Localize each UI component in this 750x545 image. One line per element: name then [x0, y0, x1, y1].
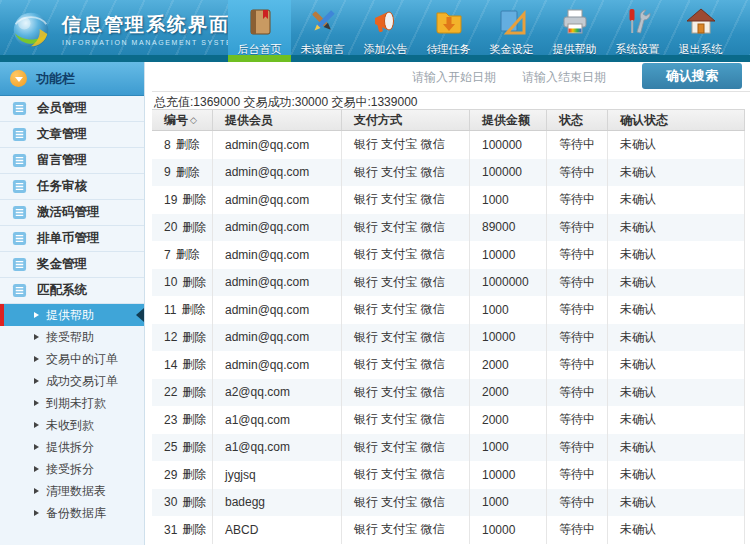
cell-member: admin@qq.com: [213, 351, 342, 379]
delete-link[interactable]: 删除: [182, 329, 206, 346]
sidebar-item[interactable]: 排单币管理: [0, 226, 144, 252]
table-row: 11 删除 admin@qq.com 银行 支付宝 微信 1000 等待中 未确…: [152, 296, 745, 324]
cell-member: badegg: [213, 489, 342, 517]
nav-label: 待理任务: [427, 42, 471, 57]
submenu-item[interactable]: 到期未打款: [0, 392, 144, 414]
nav-item-provide-help[interactable]: 提供帮助: [543, 0, 606, 62]
column-header-label: 状态: [559, 112, 583, 129]
delete-link[interactable]: 删除: [182, 439, 206, 456]
cell-member: a1@qq.com: [213, 406, 342, 434]
table-row: 19 删除 admin@qq.com 银行 支付宝 微信 1000 等待中 未确…: [152, 186, 745, 214]
cell-member: jygjsq: [213, 461, 342, 489]
row-id: 23: [164, 413, 177, 427]
delete-link[interactable]: 删除: [182, 384, 206, 401]
submenu-item[interactable]: 清理数据表: [0, 480, 144, 502]
sidebar-item[interactable]: 文章管理: [0, 122, 144, 148]
cell-id: 19 删除: [152, 186, 213, 214]
globe-logo-icon: [8, 8, 54, 54]
submenu-item[interactable]: 成功交易订单: [0, 370, 144, 392]
delete-link[interactable]: 删除: [182, 466, 206, 483]
delete-link[interactable]: 删除: [182, 274, 206, 291]
column-header-label: 编号: [164, 112, 188, 129]
submenu-item[interactable]: 接受帮助: [0, 326, 144, 348]
set-square-icon: [496, 6, 528, 38]
row-id: 7: [164, 248, 171, 262]
search-bar: 确认搜索: [152, 62, 750, 92]
end-date-input[interactable]: [522, 65, 632, 89]
sidebar-item[interactable]: 会员管理: [0, 96, 144, 122]
cell-member: admin@qq.com: [213, 159, 342, 187]
cell-confirm-status: 未确认: [608, 186, 745, 214]
delete-link[interactable]: 删除: [176, 136, 200, 153]
cell-id: 14 删除: [152, 351, 213, 379]
cell-amount: 1000000: [470, 269, 547, 297]
delete-link[interactable]: 删除: [176, 246, 200, 263]
sidebar-item[interactable]: 激活码管理: [0, 200, 144, 226]
keyword-input[interactable]: [152, 65, 412, 89]
submenu-item[interactable]: 交易中的订单: [0, 348, 144, 370]
table-row: 29 删除 jygjsq 银行 支付宝 微信 10000 等待中 未确认: [152, 461, 745, 489]
sidebar-submenu: 提供帮助 接受帮助 交易中的订单 成功交易订单: [0, 304, 144, 524]
nav-item-add-announcement[interactable]: 添加公告: [354, 0, 417, 62]
cell-payment: 银行 支付宝 微信: [342, 489, 470, 517]
cell-id: 23 删除: [152, 406, 213, 434]
summary-stats: 总充值:1369000 交易成功:30000 交易中:1339000: [152, 92, 750, 109]
submenu-item[interactable]: 未收到款: [0, 414, 144, 436]
cell-confirm-status: 未确认: [608, 489, 745, 517]
delete-link[interactable]: 删除: [182, 521, 206, 538]
nav-item-pending-tasks[interactable]: 待理任务: [417, 0, 480, 62]
row-id: 9: [164, 165, 171, 179]
delete-link[interactable]: 删除: [182, 356, 206, 373]
cell-status: 等待中: [547, 186, 608, 214]
column-header-amount: 提供金额: [470, 110, 547, 130]
delete-link[interactable]: 删除: [182, 494, 206, 511]
sidebar-item[interactable]: 留言管理: [0, 148, 144, 174]
cell-status: 等待中: [547, 351, 608, 379]
start-date-input[interactable]: [412, 65, 522, 89]
nav-item-bonus-settings[interactable]: 奖金设定: [480, 0, 543, 62]
submenu-item[interactable]: 备份数据库: [0, 502, 144, 524]
cell-id: 25 删除: [152, 434, 213, 462]
delete-link[interactable]: 删除: [182, 219, 206, 236]
submenu-item[interactable]: 接受拆分: [0, 458, 144, 480]
cell-id: 29 删除: [152, 461, 213, 489]
cell-amount: 2000: [470, 406, 547, 434]
sidebar-item-icon: [12, 101, 27, 116]
cell-payment: 银行 支付宝 微信: [342, 461, 470, 489]
sidebar-header-function-bar[interactable]: 功能栏: [0, 62, 144, 96]
sidebar-item[interactable]: 奖金管理: [0, 252, 144, 278]
cell-status: 等待中: [547, 159, 608, 187]
row-id: 12: [164, 330, 177, 344]
delete-link[interactable]: 删除: [176, 164, 200, 181]
nav-label: 后台首页: [238, 42, 282, 57]
delete-link[interactable]: 删除: [182, 411, 206, 428]
printer-icon: [559, 6, 591, 38]
cell-member: admin@qq.com: [213, 296, 342, 324]
nav-item-logout[interactable]: 退出系统: [669, 0, 732, 62]
submenu-item[interactable]: 提供拆分: [0, 436, 144, 458]
nav-item-dashboard[interactable]: 后台首页: [228, 0, 291, 62]
cell-confirm-status: 未确认: [608, 516, 745, 544]
sidebar-item[interactable]: 任务审核: [0, 174, 144, 200]
sidebar-item-icon: [12, 257, 27, 272]
cell-amount: 1000: [470, 489, 547, 517]
cell-amount: 2000: [470, 351, 547, 379]
submenu-item[interactable]: 提供帮助: [0, 304, 144, 326]
table-row: 10 删除 admin@qq.com 银行 支付宝 微信 1000000 等待中…: [152, 269, 745, 297]
confirm-search-button[interactable]: 确认搜索: [642, 63, 742, 89]
row-id: 14: [164, 358, 177, 372]
cell-amount: 10000: [470, 516, 547, 544]
nav-item-system-settings[interactable]: 系统设置: [606, 0, 669, 62]
cell-payment: 银行 支付宝 微信: [342, 516, 470, 544]
sidebar-item[interactable]: 匹配系统: [0, 278, 144, 304]
nav-item-unread-messages[interactable]: 未读留言: [291, 0, 354, 62]
cell-amount: 10000: [470, 241, 547, 269]
cell-id: 31 删除: [152, 516, 213, 544]
delete-link[interactable]: 删除: [182, 191, 206, 208]
sidebar: 功能栏 会员管理 文章管理 留言管理: [0, 62, 145, 545]
cell-member: admin@qq.com: [213, 131, 342, 159]
cell-status: 等待中: [547, 516, 608, 544]
top-nav: 后台首页 未读留言 添加公告: [228, 0, 732, 62]
delete-link[interactable]: 删除: [181, 301, 205, 318]
column-header-id[interactable]: 编号 ◇: [152, 110, 213, 130]
